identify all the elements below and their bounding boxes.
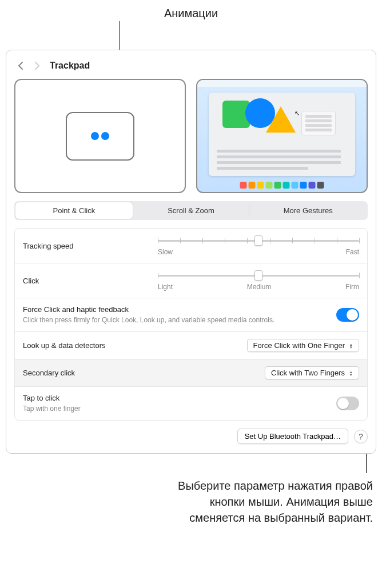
- secondary-click-label: Secondary click: [23, 369, 256, 377]
- settings-list: Tracking speed Slow Fast Click Light: [14, 228, 368, 421]
- click-slider[interactable]: [158, 270, 359, 281]
- page-title: Trackpad: [50, 61, 90, 71]
- cursor-icon: ↖: [295, 110, 300, 117]
- tab-scroll-zoom[interactable]: Scroll & Zoom: [133, 202, 250, 219]
- tab-bar: Point & Click Scroll & Zoom More Gesture…: [14, 201, 368, 220]
- help-button[interactable]: ?: [354, 430, 368, 443]
- tap-to-click-sub: Tap with one finger: [23, 404, 327, 413]
- lookup-value: Force Click with One Finger: [253, 341, 345, 350]
- preview-text-lines: [217, 150, 347, 170]
- titlebar: Trackpad: [14, 57, 368, 79]
- secondary-click-popup[interactable]: Click with Two Fingers ▴▾: [265, 366, 359, 379]
- slider-label-firm: Firm: [345, 283, 359, 291]
- row-click: Click Light Medium Firm: [15, 263, 367, 298]
- tab-more-gestures[interactable]: More Gestures: [249, 202, 367, 219]
- trackpad-shape: [66, 112, 134, 161]
- preview-shapes: ↖: [217, 98, 347, 144]
- trackpad-settings-window: Trackpad ↖ Point & Cl: [6, 50, 376, 454]
- tab-point-click[interactable]: Point & Click: [15, 202, 133, 219]
- row-tracking-speed: Tracking speed Slow Fast: [15, 229, 367, 263]
- trackpad-animation: [14, 79, 186, 193]
- callout-line-top: [120, 21, 120, 50]
- tap-to-click-toggle[interactable]: [336, 397, 359, 410]
- finger-dot-icon: [91, 132, 99, 140]
- chevron-updown-icon: ▴▾: [347, 343, 355, 349]
- tracking-speed-slider[interactable]: [158, 235, 359, 246]
- preview-context-menu: [301, 111, 336, 135]
- row-force-click: Force Click and haptic feedback Click th…: [15, 298, 367, 332]
- footer-row: Set Up Bluetooth Trackpad… ?: [14, 429, 368, 444]
- annotation-top: Анимации: [0, 0, 382, 21]
- row-lookup: Look up & data detectors Force Click wit…: [15, 332, 367, 359]
- preview-menubar: [197, 80, 367, 87]
- slider-label-medium: Medium: [247, 283, 272, 291]
- setup-bluetooth-button[interactable]: Set Up Bluetooth Trackpad…: [237, 429, 348, 444]
- slider-label-slow: Slow: [158, 248, 173, 256]
- annotation-bottom: Выберите параметр нажатия правой кнопки …: [0, 450, 382, 537]
- triangle-icon: [266, 106, 296, 133]
- row-tap-to-click: Tap to click Tap with one finger: [15, 387, 367, 420]
- finger-dot-icon: [101, 132, 109, 140]
- force-click-sub: Click then press firmly for Quick Look, …: [23, 315, 327, 325]
- screen-animation: ↖: [196, 79, 368, 193]
- preview-window: ↖: [209, 93, 355, 176]
- tap-to-click-label: Tap to click: [23, 394, 327, 402]
- force-click-toggle[interactable]: [336, 308, 359, 322]
- force-click-label: Force Click and haptic feedback: [23, 305, 327, 314]
- slider-label-fast: Fast: [346, 248, 359, 256]
- tracking-speed-label: Tracking speed: [23, 242, 149, 250]
- chevron-updown-icon: ▴▾: [347, 370, 355, 376]
- lookup-label: Look up & data detectors: [23, 341, 238, 350]
- secondary-click-value: Click with Two Fingers: [271, 369, 345, 377]
- lookup-popup[interactable]: Force Click with One Finger ▴▾: [247, 339, 359, 352]
- preview-row: ↖: [14, 79, 368, 193]
- slider-label-light: Light: [158, 283, 173, 291]
- click-label: Click: [23, 277, 149, 285]
- back-button[interactable]: [14, 59, 27, 72]
- row-secondary-click: Secondary click Click with Two Fingers ▴…: [15, 359, 367, 387]
- preview-dock: [240, 182, 324, 189]
- forward-button[interactable]: [30, 59, 43, 72]
